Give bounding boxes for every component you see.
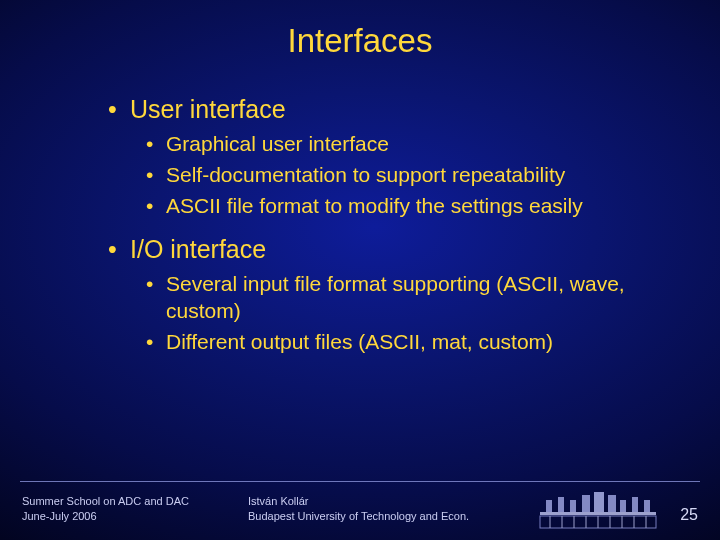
bullet-level2: Self-documentation to support repeatabil… xyxy=(146,162,668,189)
svg-rect-2 xyxy=(558,497,564,512)
bullet-text: Different output files (ASCII, mat, cust… xyxy=(166,330,553,353)
bullet-text: Graphical user interface xyxy=(166,132,389,155)
bullet-text: User interface xyxy=(130,95,286,123)
bullet-text: ASCII file format to modify the settings… xyxy=(166,194,583,217)
bullet-sublist: Several input file format supporting (AS… xyxy=(146,271,668,356)
footer-affiliation: Budapest University of Technology and Ec… xyxy=(248,509,469,524)
slide-body: User interface Graphical user interface … xyxy=(108,94,668,370)
page-number: 25 xyxy=(680,506,698,524)
bullet-level1: I/O interface xyxy=(108,234,668,265)
footer-date: June-July 2006 xyxy=(22,509,189,524)
slide-title: Interfaces xyxy=(0,22,720,60)
bullet-level2: Different output files (ASCII, mat, cust… xyxy=(146,329,668,356)
svg-rect-3 xyxy=(570,500,576,512)
bullet-level2: ASCII file format to modify the settings… xyxy=(146,193,668,220)
svg-rect-5 xyxy=(594,492,604,512)
svg-rect-6 xyxy=(608,495,616,512)
bullet-level1: User interface xyxy=(108,94,668,125)
bullet-text: Several input file format supporting (AS… xyxy=(166,272,625,322)
footer-author: István Kollár xyxy=(248,494,469,509)
svg-rect-4 xyxy=(582,495,590,512)
footer-mid-block: István Kollár Budapest University of Tec… xyxy=(248,494,469,524)
svg-rect-9 xyxy=(644,500,650,512)
bullet-text: Self-documentation to support repeatabil… xyxy=(166,163,565,186)
footer: Summer School on ADC and DAC June-July 2… xyxy=(0,482,720,540)
bullet-text: I/O interface xyxy=(130,235,266,263)
svg-rect-8 xyxy=(632,497,638,512)
slide: Interfaces User interface Graphical user… xyxy=(0,0,720,540)
bullet-level2: Graphical user interface xyxy=(146,131,668,158)
svg-rect-0 xyxy=(540,512,656,515)
footer-event: Summer School on ADC and DAC xyxy=(22,494,189,509)
bullet-level2: Several input file format supporting (AS… xyxy=(146,271,668,325)
university-logo xyxy=(538,492,658,530)
footer-left-block: Summer School on ADC and DAC June-July 2… xyxy=(22,494,189,524)
bullet-sublist: Graphical user interface Self-documentat… xyxy=(146,131,668,220)
svg-rect-7 xyxy=(620,500,626,512)
svg-rect-1 xyxy=(546,500,552,512)
